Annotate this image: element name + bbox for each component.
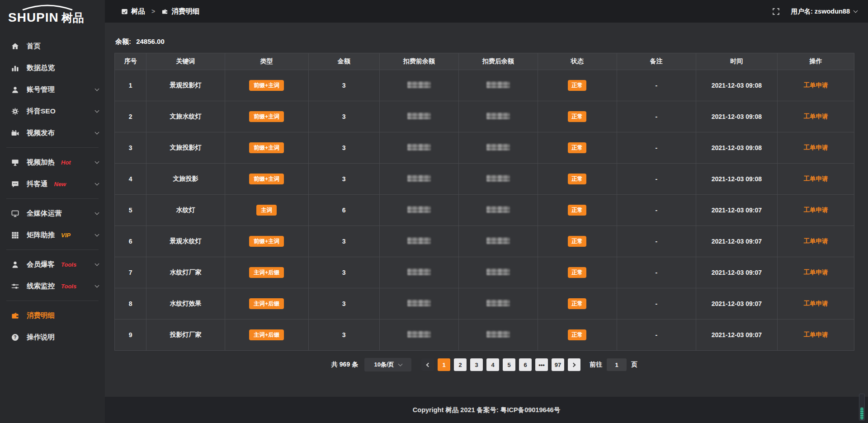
page-button-97[interactable]: 97 xyxy=(552,358,564,371)
table-header-row: 序号 关键词 类型 金额 扣费前余额 扣费后余额 状态 备注 时间 操作 xyxy=(115,53,854,70)
balance-label: 余额: xyxy=(115,38,131,45)
logo-latin: SHUPIN xyxy=(8,10,59,25)
menu-divider xyxy=(6,147,99,148)
work-order-link[interactable]: 工单申请 xyxy=(803,331,828,338)
cell-remark: - xyxy=(617,226,696,257)
cell-remark: - xyxy=(617,164,696,195)
user-menu[interactable]: 用户名: zswodun88 xyxy=(791,7,857,16)
cell-index: 3 xyxy=(115,132,146,164)
cell-keyword: 水纹灯厂家 xyxy=(146,257,225,288)
cell-index: 9 xyxy=(115,320,146,351)
cell-index: 5 xyxy=(115,195,146,226)
masked-balance-before xyxy=(407,237,431,244)
prev-page-button[interactable] xyxy=(421,358,434,371)
sidebar-item-home[interactable]: 首页 xyxy=(0,35,105,57)
chat-icon xyxy=(11,180,19,188)
status-badge: 正常 xyxy=(568,205,586,216)
cell-time: 2021-12-03 09:07 xyxy=(696,288,777,320)
next-page-button[interactable] xyxy=(568,358,580,371)
cell-amount: 3 xyxy=(308,132,379,164)
fullscreen-icon[interactable] xyxy=(772,8,780,15)
sidebar-item-video-heat[interactable]: 视频加热 Hot xyxy=(0,151,105,173)
sidebar-item-douyin-seo[interactable]: 抖音SEO xyxy=(0,100,105,122)
page-button-6[interactable]: 6 xyxy=(519,358,532,371)
col-balance-after: 扣费后余额 xyxy=(458,53,538,70)
cell-amount: 3 xyxy=(308,320,379,351)
page-ellipsis-button[interactable]: ••• xyxy=(535,358,548,371)
sidebar-item-douketong[interactable]: 抖客通 New xyxy=(0,173,105,195)
sidebar-item-label: 会员爆客 xyxy=(27,260,55,269)
sidebar-item-consumption-detail[interactable]: 消费明细 xyxy=(0,305,105,326)
sidebar-item-omnimedia[interactable]: 全媒体运营 xyxy=(0,202,105,224)
topbar-right: 用户名: zswodun88 xyxy=(772,7,857,16)
page-size-value: 10条/页 xyxy=(374,361,394,369)
masked-balance-before xyxy=(407,331,431,338)
page-button-5[interactable]: 5 xyxy=(503,358,515,371)
sidebar-item-account[interactable]: 账号管理 xyxy=(0,79,105,100)
table-row: 1 景观投影灯 前缀+主词 3 正常 - 2021-12-03 09:08 工单… xyxy=(115,70,854,101)
scrollbar-widget[interactable] xyxy=(859,394,865,421)
cell-keyword: 景观投影灯 xyxy=(146,70,225,101)
sidebar-item-label: 抖客通 xyxy=(27,179,48,189)
sidebar-item-video-publish[interactable]: 视频发布 xyxy=(0,122,105,144)
page-button-2[interactable]: 2 xyxy=(454,358,467,371)
work-order-link[interactable]: 工单申请 xyxy=(803,238,828,244)
monitor-icon xyxy=(11,209,19,218)
cell-time: 2021-12-03 09:08 xyxy=(696,70,777,101)
sidebar-item-matrix-boost[interactable]: 矩阵助推 VIP xyxy=(0,224,105,246)
work-order-link[interactable]: 工单申请 xyxy=(803,175,828,182)
cell-keyword: 文旅投影灯 xyxy=(146,132,225,164)
goto-page-input[interactable] xyxy=(607,358,627,371)
sidebar-item-label: 账号管理 xyxy=(27,85,55,94)
type-badge: 主词+后缀 xyxy=(249,298,284,310)
masked-balance-after xyxy=(486,175,510,182)
page-size-select[interactable]: 10条/页 xyxy=(364,358,411,371)
chevron-right-icon xyxy=(571,362,576,367)
cell-amount: 3 xyxy=(308,226,379,257)
work-order-link[interactable]: 工单申请 xyxy=(803,144,828,151)
masked-balance-after xyxy=(486,206,510,213)
chevron-left-icon xyxy=(426,362,431,367)
cell-keyword: 景观水纹灯 xyxy=(146,226,225,257)
cell-remark: - xyxy=(617,195,696,226)
sidebar-item-label: 数据总览 xyxy=(27,63,55,73)
masked-balance-before xyxy=(407,206,431,213)
video-camera-icon xyxy=(11,129,19,137)
chevron-down-icon xyxy=(95,181,99,185)
chevron-down-icon xyxy=(95,232,99,236)
sidebar-item-data-overview[interactable]: 数据总览 xyxy=(0,57,105,79)
cell-amount: 3 xyxy=(308,288,379,320)
page-button-1[interactable]: 1 xyxy=(438,358,450,371)
col-status: 状态 xyxy=(538,53,617,70)
breadcrumb-current: 消费明细 xyxy=(171,7,199,16)
cell-remark: - xyxy=(617,132,696,164)
page-button-3[interactable]: 3 xyxy=(470,358,483,371)
work-order-link[interactable]: 工单申请 xyxy=(803,82,828,89)
sidebar-item-label: 视频加热 xyxy=(27,158,55,167)
work-order-link[interactable]: 工单申请 xyxy=(803,300,828,307)
breadcrumb-root[interactable]: 树品 xyxy=(131,7,145,16)
chevron-down-icon xyxy=(95,210,99,215)
work-order-link[interactable]: 工单申请 xyxy=(803,207,828,213)
menu-divider xyxy=(6,198,99,199)
status-badge: 正常 xyxy=(568,329,586,341)
masked-balance-before xyxy=(407,175,431,182)
masked-balance-after xyxy=(486,237,510,244)
menu-divider xyxy=(6,249,99,250)
type-badge: 前缀+主词 xyxy=(249,80,284,91)
work-order-link[interactable]: 工单申请 xyxy=(803,113,828,120)
home-icon xyxy=(11,42,19,51)
type-badge: 主词+后缀 xyxy=(249,329,284,341)
wallet-icon xyxy=(11,311,19,320)
sidebar-item-member-burst[interactable]: 会员爆客 Tools xyxy=(0,254,105,275)
page-button-4[interactable]: 4 xyxy=(486,358,499,371)
sidebar-item-lead-monitor[interactable]: 线索监控 Tools xyxy=(0,275,105,297)
gear-icon xyxy=(11,107,19,116)
hot-tag: Hot xyxy=(61,159,71,166)
work-order-link[interactable]: 工单申请 xyxy=(803,269,828,276)
sidebar-item-label: 矩阵助推 xyxy=(27,230,55,240)
type-badge: 前缀+主词 xyxy=(249,142,284,154)
col-keyword: 关键词 xyxy=(146,53,225,70)
table-row: 2 文旅水纹灯 前缀+主词 3 正常 - 2021-12-03 09:08 工单… xyxy=(115,101,854,132)
sidebar-item-instructions[interactable]: ? 操作说明 xyxy=(0,326,105,348)
